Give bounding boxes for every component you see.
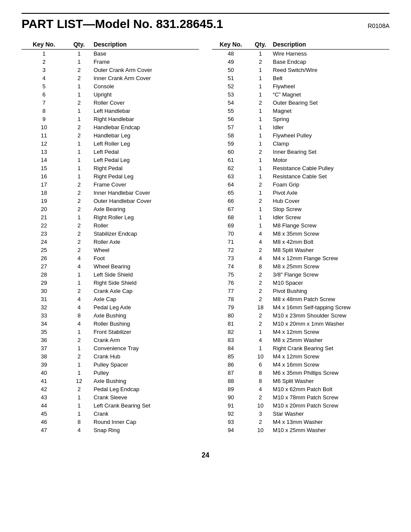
table-row: 50 1 Reed Switch/Wire	[212, 66, 389, 74]
description: Round Inner Cap	[92, 418, 199, 426]
table-row: 59 1 Clamp	[212, 140, 389, 148]
description: Pedal Leg Axle	[92, 303, 199, 311]
key-no: 59	[212, 140, 250, 148]
table-row: 66 2 Hub Cover	[212, 197, 389, 205]
table-row: 36 2 Crank Arm	[22, 336, 199, 344]
table-row: 72 2 M8 Split Washer	[212, 246, 389, 254]
table-row: 35 1 Front Stabilizer	[22, 328, 199, 336]
key-no: 32	[22, 303, 66, 311]
right-col-keyno: Key No.	[212, 40, 250, 50]
key-no: 22	[22, 221, 66, 230]
description: Crank Sleeve	[92, 393, 199, 401]
key-no: 78	[212, 295, 250, 303]
qty: 1	[66, 361, 92, 369]
key-no: 40	[22, 369, 66, 377]
qty: 1	[66, 115, 92, 123]
right-parts-table: Key No. Qty. Description 48 1 Wire Harne…	[212, 40, 389, 434]
key-no: 45	[22, 410, 66, 418]
description: M4 x 12mm Screw	[271, 328, 389, 336]
description: 3/8" Flange Screw	[271, 271, 389, 279]
key-no: 28	[22, 271, 66, 279]
description: Pulley	[92, 369, 199, 377]
key-no: 9	[22, 115, 66, 123]
key-no: 74	[212, 262, 250, 271]
qty: 4	[250, 254, 271, 262]
table-row: 85 10 M4 x 12mm Screw	[212, 352, 389, 361]
description: Roller	[92, 221, 199, 230]
description: Axle Bushing	[92, 311, 199, 320]
description: Base	[92, 50, 199, 58]
key-no: 44	[22, 401, 66, 410]
description: Inner Handlebar Cover	[92, 189, 199, 197]
table-row: 24 2 Roller Axle	[22, 238, 199, 246]
description: Handlebar Endcap	[92, 123, 199, 131]
table-row: 93 2 M4 x 13mm Washer	[212, 418, 389, 426]
table-row: 2 1 Frame	[22, 58, 199, 66]
table-row: 71 4 M8 x 42mm Bolt	[212, 238, 389, 246]
qty: 1	[250, 221, 271, 230]
description: Motor	[271, 156, 389, 164]
description: M10 x 78mm Patch Screw	[271, 393, 389, 401]
page-number: 24	[202, 451, 209, 459]
description: Upright	[92, 90, 199, 99]
table-row: 73 4 M4 x 12mm Flange Screw	[212, 254, 389, 262]
table-row: 49 2 Base Endcap	[212, 58, 389, 66]
key-no: 23	[22, 230, 66, 238]
table-row: 9 1 Right Handlebar	[22, 115, 199, 123]
description: M10 x 20mm Patch Screw	[271, 401, 389, 410]
description: Spring	[271, 115, 389, 123]
description: Crank	[92, 410, 199, 418]
table-row: 76 2 M10 Spacer	[212, 279, 389, 287]
right-col-desc: Description	[271, 40, 389, 50]
table-row: 54 2 Outer Bearing Set	[212, 99, 389, 107]
key-no: 50	[212, 66, 250, 74]
qty: 2	[250, 99, 271, 107]
table-row: 46 8 Round Inner Cap	[22, 418, 199, 426]
table-row: 84 1 Right Crank Bearing Set	[212, 344, 389, 352]
table-row: 89 4 M10 x 62mm Patch Bolt	[212, 385, 389, 393]
qty: 2	[66, 221, 92, 230]
key-no: 73	[212, 254, 250, 262]
table-row: 92 3 Star Washer	[212, 410, 389, 418]
key-no: 62	[212, 164, 250, 172]
description: Inner Bearing Set	[271, 148, 389, 156]
description: Frame Cover	[92, 180, 199, 189]
qty: 2	[250, 311, 271, 320]
description: Convenience Tray	[92, 344, 199, 352]
key-no: 82	[212, 328, 250, 336]
table-row: 47 4 Snap Ring	[22, 426, 199, 434]
description: M4 x 12mm Screw	[271, 352, 389, 361]
key-no: 35	[22, 328, 66, 336]
table-row: 80 2 M10 x 23mm Shoulder Screw	[212, 311, 389, 320]
key-no: 92	[212, 410, 250, 418]
description: “C” Magnet	[271, 90, 389, 99]
description: Idler	[271, 123, 389, 131]
description: Snap Ring	[92, 426, 199, 434]
table-row: 88 8 M6 Split Washer	[212, 377, 389, 385]
table-row: 1 1 Base	[22, 50, 199, 58]
qty: 1	[66, 271, 92, 279]
table-row: 62 1 Resistance Cable Pulley	[212, 164, 389, 172]
table-row: 5 1 Console	[22, 82, 199, 90]
table-row: 56 1 Spring	[212, 115, 389, 123]
qty: 2	[250, 287, 271, 295]
key-no: 89	[212, 385, 250, 393]
description: Axle Cap	[92, 295, 199, 303]
description: Flywheel	[271, 82, 389, 90]
key-no: 77	[212, 287, 250, 295]
qty: 2	[250, 180, 271, 189]
key-no: 91	[212, 401, 250, 410]
left-parts-table: Key No. Qty. Description 1 1 Base 2 1 Fr…	[22, 40, 199, 434]
description: Inner Crank Arm Cover	[92, 74, 199, 82]
key-no: 25	[22, 246, 66, 254]
table-row: 6 1 Upright	[22, 90, 199, 99]
qty: 4	[66, 254, 92, 262]
description: Left Pedal	[92, 148, 199, 156]
table-row: 10 2 Handlebar Endcap	[22, 123, 199, 131]
table-row: 30 2 Crank Axle Cap	[22, 287, 199, 295]
table-row: 61 1 Motor	[212, 156, 389, 164]
qty: 1	[66, 279, 92, 287]
table-row: 52 1 Flywheel	[212, 82, 389, 90]
table-row: 26 4 Foot	[22, 254, 199, 262]
description: Right Side Shield	[92, 279, 199, 287]
